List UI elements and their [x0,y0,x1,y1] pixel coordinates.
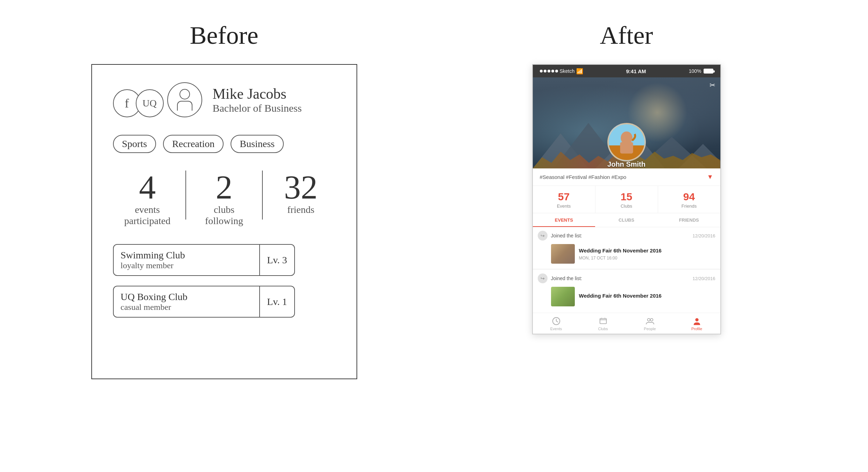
wifi-icon: 📶 [576,68,583,75]
page-container: Before f UQ Mike Jacobs Bachelor o [0,0,868,472]
svg-point-17 [695,318,698,321]
sketch-clubs-number: 2 [216,171,232,204]
sketch-club-name-2: UQ Boxing Club [121,291,253,303]
stat-col-friends: 94 Friends [658,186,720,213]
after-title: After [600,21,653,50]
clubs-nav-icon [599,317,608,326]
sketch-avatar [167,82,202,117]
activity-thumb-2 [551,287,575,306]
sketch-person-head [179,89,190,99]
event-name-2: Wedding Fair 6th November 2016 [579,292,662,299]
carrier-label: Sketch [560,68,575,74]
activity-content-1: Wedding Fair 6th November 2016 MON, 17 O… [533,243,720,269]
event-thumbnail-2 [551,287,575,306]
signal-dot-1 [540,70,543,72]
sketch-friends-number: 32 [284,171,318,204]
svg-point-15 [647,319,650,321]
battery-fill [704,69,713,73]
sketch-person-body [177,101,192,111]
event-date-1: MON, 17 OCT 16:00 [579,256,662,261]
activity-text-1: Wedding Fair 6th November 2016 MON, 17 O… [579,244,662,264]
sketch-club-card-swimming: Swimming Club loyalty member Lv. 3 [113,244,295,276]
status-bar: Sketch 📶 9:41 AM 100% [533,65,720,77]
stats-row: 57 Events 15 Clubs 94 Friends [533,186,720,213]
activity-text-2: Wedding Fair 6th November 2016 [579,287,662,306]
sketch-friends-label: friends [287,204,315,215]
hero-edit-icon[interactable]: ✂ [710,81,715,89]
sketch-club-name-1: Swimming Club [121,250,253,261]
sketch-name-section: Mike Jacobs Bachelor of Business [213,85,302,114]
sketch-stat-clubs: 2 clubsfollowing [190,171,259,227]
hero-section: ✂ [533,77,720,168]
activity-content-2: Wedding Fair 6th November 2016 [533,285,720,311]
stat-friends-label: Friends [682,203,697,209]
battery-percent: 100% [689,68,701,74]
sketch-tags: Sports Recreation Business [113,135,284,153]
sketch-events-label: eventsparticipated [124,204,170,227]
sketch-tag-sports[interactable]: Sports [113,135,156,153]
sketch-stat-divider-1 [185,171,186,220]
nav-label-people: People [644,327,656,331]
sketch-events-number: 4 [139,171,156,204]
sketch-club-type-2: casual member [121,303,253,312]
activity-item-1: ↪ Joined the list: 12/20/2016 Wedding Fa… [533,227,720,269]
activity-date-1: 12/20/2016 [692,233,715,238]
events-nav-icon [552,317,561,326]
activity-thumb-1 [551,244,575,264]
tab-friends[interactable]: FRIENDS [658,213,720,227]
sketch-tag-business[interactable]: Business [231,135,284,153]
bottom-nav: Events Clubs [533,313,720,334]
status-time: 9:41 AM [626,68,646,74]
stat-clubs-number: 15 [621,192,632,202]
activity-arrow-icon-2: ↪ [538,273,548,283]
tags-text: #Seasonal #Festival #Fashion #Expo [540,174,627,180]
before-title: Before [190,21,259,50]
event-name-1: Wedding Fair 6th November 2016 [579,247,662,254]
avatar-image [609,123,644,161]
sketch-club-card-boxing: UQ Boxing Club casual member Lv. 1 [113,286,295,318]
activity-item-2: ↪ Joined the list: 12/20/2016 Wedding Fa… [533,270,720,311]
activity-header-2: ↪ Joined the list: 12/20/2016 [533,270,720,285]
sketch-club-level-2: Lv. 1 [259,286,294,317]
activity-date-2: 12/20/2016 [692,276,715,281]
nav-item-people[interactable]: People [627,313,673,334]
sketch-profile-row: f UQ Mike Jacobs Bachelor of Business [113,82,336,117]
sketch-stat-divider-2 [262,171,263,220]
activity-header-1: ↪ Joined the list: 12/20/2016 [533,227,720,243]
svg-point-16 [650,319,652,321]
activity-header-left-2: ↪ Joined the list: [538,273,583,283]
sketch-club-level-1: Lv. 3 [259,245,294,275]
activity-arrow-icon-1: ↪ [538,231,548,241]
sketch-club-type-1: loyalty member [121,261,253,270]
nav-item-profile[interactable]: Profile [673,313,720,334]
after-panel: After Sketch 📶 [417,21,837,334]
signal-dot-5 [555,70,558,72]
signal-dot-3 [548,70,550,72]
avatar-circle [607,123,646,161]
activity-label-1: Joined the list: [551,233,583,238]
hero-username: John Smith [607,160,645,168]
stat-friends-number: 94 [683,192,695,202]
tab-clubs[interactable]: CLUBS [595,213,658,227]
nav-item-clubs[interactable]: Clubs [580,313,627,334]
sketch-club-info-1: Swimming Club loyalty member [114,245,260,275]
status-signal-dots [540,70,558,72]
sketch-tag-recreation[interactable]: Recreation [163,135,224,153]
stat-events-label: Events [557,203,571,209]
stat-clubs-label: Clubs [621,203,632,209]
sketch-user-subtitle: Bachelor of Business [213,102,302,114]
phone-wrapper: Sketch 📶 9:41 AM 100% [532,64,721,334]
sketch-avatar-group: f UQ [113,82,202,117]
nav-item-events[interactable]: Events [533,313,580,334]
signal-dot-2 [544,70,546,72]
sketch-stat-events: 4 eventsparticipated [113,171,182,227]
sketch-person-icon [177,89,192,111]
tab-events[interactable]: EVENTS [533,213,595,227]
sketch-user-name: Mike Jacobs [213,85,302,102]
nav-label-events: Events [550,327,562,331]
tags-chevron-icon[interactable]: ▼ [707,173,713,181]
sketch-clubs-label: clubsfollowing [205,204,243,227]
activity-label-2: Joined the list: [551,276,583,281]
svg-rect-9 [620,142,633,153]
status-left: Sketch 📶 [540,68,584,75]
